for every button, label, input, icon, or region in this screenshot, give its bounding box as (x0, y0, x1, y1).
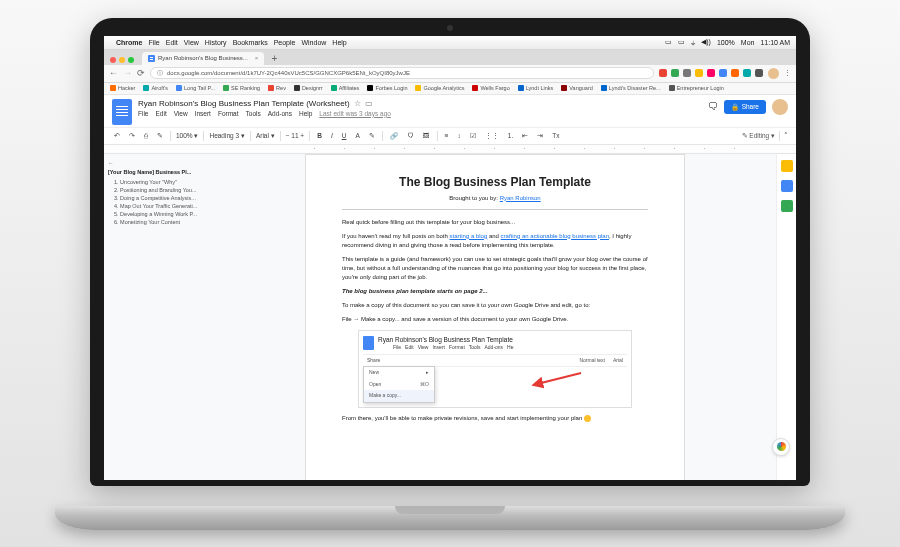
menubar-item[interactable]: View (184, 39, 199, 46)
side-panel-app-icon[interactable] (781, 180, 793, 192)
minimize-window-icon[interactable] (119, 57, 125, 63)
menubar-item[interactable]: People (274, 39, 296, 46)
style-select[interactable]: Heading 3 ▾ (209, 132, 244, 140)
outline-item[interactable]: 6. Monetizing Your Content (108, 218, 210, 226)
bookmark-item[interactable]: Forbes Login (367, 85, 407, 91)
bookmark-item[interactable]: Airoft's (143, 85, 168, 91)
menu-insert[interactable]: Insert (195, 110, 211, 117)
undo-button[interactable]: ↶ (112, 132, 122, 140)
menubar-item[interactable]: History (205, 39, 227, 46)
outline-item[interactable]: 1. Uncovering Your "Why" (108, 178, 210, 186)
extension-icon[interactable] (719, 69, 727, 77)
highlight-button[interactable]: ✎ (367, 132, 377, 140)
side-panel-app-icon[interactable] (781, 200, 793, 212)
zoom-select[interactable]: 100% ▾ (176, 132, 198, 140)
redo-button[interactable]: ↷ (127, 132, 137, 140)
menu-file[interactable]: File (138, 110, 148, 117)
menubar-app[interactable]: Chrome (116, 39, 142, 46)
menubar-item[interactable]: Help (332, 39, 346, 46)
bookmark-item[interactable]: Affiliates (331, 85, 360, 91)
align-button[interactable]: ≡ (443, 132, 451, 139)
chrome-profile-avatar[interactable] (768, 68, 779, 79)
insert-comment-button[interactable]: 🗨 (405, 132, 416, 139)
site-info-icon[interactable]: ⓘ (157, 69, 163, 78)
outline-close-icon[interactable]: ← (108, 160, 114, 166)
browser-tab[interactable]: Ryan Robinson's Blog Business... × (142, 52, 264, 65)
bookmark-item[interactable]: Rev (268, 85, 286, 91)
bullets-button[interactable]: ⋮⋮ (483, 132, 501, 140)
bookmark-item[interactable]: Long Tail P... (176, 85, 215, 91)
indent-more-button[interactable]: ⇥ (535, 132, 545, 140)
clear-format-button[interactable]: Tx (550, 132, 561, 139)
docs-logo-icon[interactable] (112, 99, 132, 125)
extension-icon[interactable] (683, 69, 691, 77)
outline-item[interactable]: 3. Doing a Competitive Analysis... (108, 194, 210, 202)
menubar-item[interactable]: Bookmarks (233, 39, 268, 46)
outline-item[interactable]: 2. Positioning and Branding You... (108, 186, 210, 194)
print-button[interactable]: ⎙ (142, 132, 150, 139)
numbered-button[interactable]: 1. (506, 132, 515, 139)
reload-button[interactable]: ⟳ (137, 68, 145, 78)
forward-button[interactable]: → (123, 68, 132, 78)
body-link[interactable]: starting a blog (450, 233, 488, 239)
bookmark-item[interactable]: Wells Fargo (472, 85, 509, 91)
close-window-icon[interactable] (110, 57, 116, 63)
body-link[interactable]: crafting an actionable blog business pla… (501, 233, 609, 239)
volume-icon[interactable]: ◀)) (701, 38, 711, 46)
insert-link-button[interactable]: 🔗 (388, 132, 400, 140)
outline-item[interactable]: 4. Map Out Your Traffic Generati... (108, 202, 210, 210)
bold-button[interactable]: B (315, 132, 324, 139)
paint-format-button[interactable]: ✎ (155, 132, 165, 140)
menu-tools[interactable]: Tools (246, 110, 261, 117)
folder-icon[interactable]: ▭ (365, 99, 373, 108)
back-button[interactable]: ← (109, 68, 118, 78)
insert-image-button[interactable]: 🖼 (421, 132, 432, 139)
bookmark-item[interactable]: Entrepreneur Login (669, 85, 724, 91)
text-color-button[interactable]: A (353, 132, 361, 139)
underline-button[interactable]: U (340, 132, 349, 139)
menubar-item[interactable]: File (148, 39, 159, 46)
italic-button[interactable]: I (329, 132, 335, 139)
menubar-item[interactable]: Window (301, 39, 326, 46)
extension-icon[interactable] (671, 69, 679, 77)
menu-format[interactable]: Format (218, 110, 239, 117)
bookmark-item[interactable]: Google Analytics (415, 85, 464, 91)
menubar-item[interactable]: Edit (166, 39, 178, 46)
extension-icon[interactable] (731, 69, 739, 77)
expand-toolbar-button[interactable]: ˄ (784, 132, 788, 140)
menu-help[interactable]: Help (299, 110, 312, 117)
bookmark-item[interactable]: Designrr (294, 85, 323, 91)
battery-icon[interactable]: ▭ (678, 38, 685, 46)
font-select[interactable]: Arial ▾ (256, 132, 275, 140)
extension-icon[interactable] (743, 69, 751, 77)
menu-edit[interactable]: Edit (155, 110, 166, 117)
checklist-button[interactable]: ☑ (468, 132, 478, 140)
outline-doc-title[interactable]: [Your Blog Name] Business Pl... (108, 169, 210, 175)
menu-view[interactable]: View (174, 110, 188, 117)
last-edit-link[interactable]: Last edit was 3 days ago (319, 110, 391, 117)
airplay-icon[interactable]: ▭ (665, 38, 672, 46)
document-page[interactable]: The Blog Business Plan Template Brought … (305, 154, 685, 480)
bookmark-item[interactable]: Lyndt Links (518, 85, 554, 91)
extension-icon[interactable] (755, 69, 763, 77)
url-bar[interactable]: ⓘ docs.google.com/document/d/1k7UY-2Qc44… (150, 67, 654, 79)
editing-mode-button[interactable]: ✎ Editing ▾ (742, 132, 776, 140)
chrome-menu-icon[interactable]: ⋮ (784, 69, 791, 77)
bookmark-item[interactable]: Vanguard (561, 85, 592, 91)
close-tab-icon[interactable]: × (255, 55, 259, 61)
star-icon[interactable]: ☆ (354, 99, 361, 108)
indent-less-button[interactable]: ⇤ (520, 132, 530, 140)
bookmark-item[interactable]: SE Ranking (223, 85, 260, 91)
wifi-icon[interactable]: ⏚ (691, 39, 695, 46)
explore-button[interactable] (772, 438, 790, 456)
extension-icon[interactable] (707, 69, 715, 77)
font-size-select[interactable]: − 11 + (286, 132, 304, 139)
ruler[interactable] (104, 145, 796, 154)
menu-addons[interactable]: Add-ons (268, 110, 292, 117)
bookmark-item[interactable]: Hacker (110, 85, 135, 91)
extension-icon[interactable] (659, 69, 667, 77)
comment-history-icon[interactable]: 🗨 (708, 101, 718, 112)
side-panel-app-icon[interactable] (781, 160, 793, 172)
outline-item[interactable]: 5. Developing a Winning Work P... (108, 210, 210, 218)
line-spacing-button[interactable]: ↕ (456, 132, 463, 139)
